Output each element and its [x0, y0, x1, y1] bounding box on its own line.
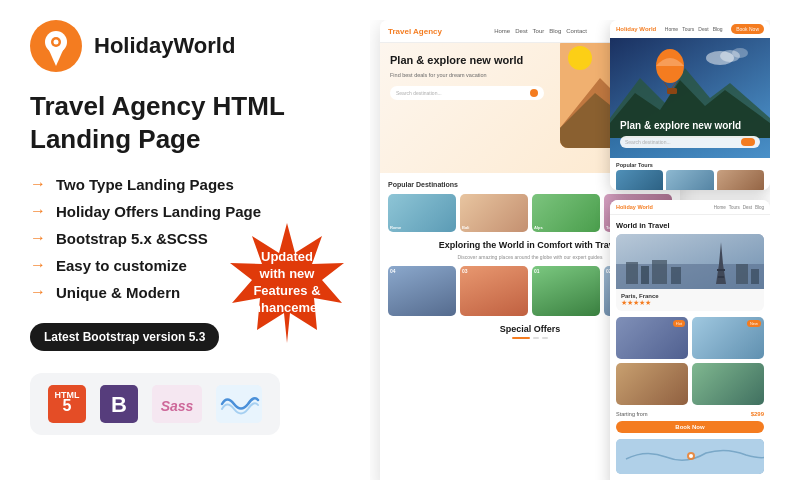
pbr-price-area: Starting from $299 Book Now — [610, 411, 770, 439]
svg-point-29 — [732, 48, 748, 58]
pbr-logo: Holiday World — [616, 204, 653, 210]
pbr-card-stars: ★★★★★ — [621, 299, 759, 307]
pbr-dest-grid: Hot New — [610, 317, 770, 411]
feature-label: Unique & Modern — [56, 284, 180, 301]
svg-rect-34 — [717, 269, 725, 271]
svg-rect-39 — [671, 267, 681, 284]
page-title: Travel Agency HTML Landing Page — [30, 90, 360, 155]
preview-nav-links: Home Dest Tour Blog Contact — [494, 28, 587, 34]
arrow-icon: → — [30, 283, 46, 301]
pbr-map-image — [616, 439, 764, 474]
arrow-icon: → — [30, 175, 46, 193]
starburst-text: Updated with new Features & Enhancement — [234, 239, 339, 327]
ptr-brand: Holiday World — [616, 26, 656, 32]
logo-icon — [30, 20, 82, 72]
svg-rect-38 — [652, 260, 667, 284]
html5-icon: 5 HTML — [48, 385, 86, 423]
svg-rect-37 — [641, 266, 649, 284]
wave-icon — [216, 385, 262, 423]
ptr-card — [666, 170, 713, 190]
preview-hero-search: Search destination... — [390, 86, 544, 100]
main-container: HolidayWorld Travel Agency HTML Landing … — [0, 0, 800, 500]
svg-point-19 — [568, 46, 592, 70]
pbr-header: Holiday World Home Tours Dest Blog — [610, 200, 770, 215]
bootstrap-badge: Latest Bootstrap version 5.3 — [30, 323, 219, 351]
pbr-book-button[interactable]: Book Now — [616, 421, 764, 433]
svg-rect-35 — [718, 276, 724, 278]
svg-text:Sass: Sass — [161, 398, 194, 414]
ptr-header: Holiday World Home Tours Dest Blog Book … — [610, 20, 770, 38]
pbr-dest-card: Hot — [616, 317, 688, 359]
pbr-world-card: Paris, France ★★★★★ — [616, 234, 764, 311]
preview-hero-title: Plan & explore new world — [390, 53, 544, 67]
ptr-hero: Plan & explore new world Search destinat… — [610, 38, 770, 158]
starburst-container: Updated with new Features & Enhancement — [222, 218, 352, 348]
svg-rect-40 — [736, 264, 748, 284]
dest-card: Alps — [532, 194, 600, 232]
pbr-dest-card: New — [692, 317, 764, 359]
ptr-search-button — [741, 138, 755, 146]
svg-point-44 — [689, 454, 693, 458]
preview-hero-desc: Find best deals for your dream vacation — [390, 72, 544, 80]
bootstrap-icon: B — [100, 385, 138, 423]
preview-bottom-right-screenshot: Holiday World Home Tours Dest Blog World… — [610, 200, 770, 480]
sass-icon: Sass — [152, 385, 202, 423]
svg-point-4 — [54, 40, 59, 45]
pbr-section-title: World in Travel — [610, 215, 770, 234]
pbr-dest-card — [616, 363, 688, 405]
logo-area: HolidayWorld — [30, 20, 360, 72]
explore-card: 03 — [460, 266, 528, 316]
pbr-dest-card — [692, 363, 764, 405]
svg-text:HTML: HTML — [55, 390, 80, 400]
list-item: → Two Type Landing Pages — [30, 175, 360, 193]
search-btn — [530, 89, 538, 97]
ptr-popular: Popular Tours — [616, 162, 764, 168]
svg-text:B: B — [111, 392, 127, 417]
ptr-search-bar: Search destination... — [620, 136, 760, 148]
pbr-price-label: Starting from — [616, 411, 647, 417]
ptr-card — [717, 170, 764, 190]
svg-rect-26 — [667, 88, 677, 94]
preview-nav-logo: Travel Agency — [388, 27, 442, 36]
ptr-cta-button: Book Now — [731, 24, 764, 34]
dest-card: Rome — [388, 194, 456, 232]
svg-rect-36 — [626, 262, 638, 284]
ptr-card — [616, 170, 663, 190]
pbr-price-value: $299 — [751, 411, 764, 417]
feature-label: Bootstrap 5.x &SCSS — [56, 230, 208, 247]
arrow-icon: → — [30, 229, 46, 247]
arrow-icon: → — [30, 256, 46, 274]
right-panel: Travel Agency Home Dest Tour Blog Contac… — [370, 20, 770, 480]
preview-top-right-screenshot: Holiday World Home Tours Dest Blog Book … — [610, 20, 770, 190]
brand-name: HolidayWorld — [94, 33, 235, 59]
explore-card: 01 — [532, 266, 600, 316]
svg-rect-41 — [751, 269, 759, 284]
explore-card: 04 — [388, 266, 456, 316]
starburst-badge: Updated with new Features & Enhancement — [222, 218, 352, 348]
feature-label: Two Type Landing Pages — [56, 176, 234, 193]
arrow-icon: → — [30, 202, 46, 220]
ptr-hero-title: Plan & explore new world — [620, 120, 760, 132]
tech-icons-bar: 5 HTML B Sass — [30, 373, 280, 435]
feature-label: Easy to customize — [56, 257, 187, 274]
dest-card: Bali — [460, 194, 528, 232]
ptr-cards — [616, 170, 764, 190]
feature-label: Holiday Offers Landing Page — [56, 203, 261, 220]
